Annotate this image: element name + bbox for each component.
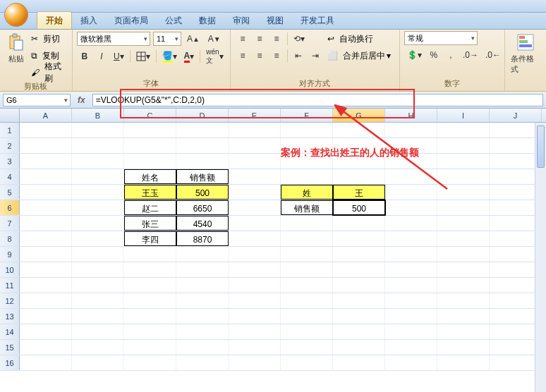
cell-G5[interactable]: 王 <box>333 185 385 200</box>
cell-H16[interactable] <box>385 355 437 370</box>
row-header-1[interactable]: 1 <box>0 123 20 137</box>
cell-H4[interactable] <box>385 169 437 184</box>
col-C[interactable]: C <box>124 109 176 122</box>
cell-C3[interactable] <box>124 154 176 169</box>
cell-A1[interactable] <box>20 123 72 137</box>
number-format-combo[interactable]: 常规 <box>404 31 478 45</box>
cell-I13[interactable] <box>437 309 490 324</box>
scroll-thumb[interactable] <box>537 125 545 168</box>
shrink-font-button[interactable]: A▼ <box>205 32 224 46</box>
cell-F16[interactable] <box>281 355 333 370</box>
row-header-16[interactable]: 16 <box>0 355 20 370</box>
cell-C11[interactable] <box>124 278 176 293</box>
cell-E16[interactable] <box>229 355 281 370</box>
spreadsheet-grid[interactable]: A B C D E F G H I J 1234姓名销售额5王玉500姓王6赵二… <box>0 109 546 391</box>
comma-format-button[interactable]: , <box>443 48 459 62</box>
cell-E10[interactable] <box>229 262 281 277</box>
row-header-10[interactable]: 10 <box>0 262 20 277</box>
cell-G9[interactable] <box>333 247 385 262</box>
cell-J14[interactable] <box>490 324 542 339</box>
row-header-3[interactable]: 3 <box>0 154 20 169</box>
row-header-11[interactable]: 11 <box>0 278 20 293</box>
cell-G8[interactable] <box>333 231 385 246</box>
cell-C7[interactable]: 张三 <box>124 216 176 231</box>
cell-C6[interactable]: 赵二 <box>124 200 176 215</box>
cell-G12[interactable] <box>333 293 385 308</box>
cell-E1[interactable] <box>229 123 281 137</box>
cell-B5[interactable] <box>72 185 124 200</box>
cell-J12[interactable] <box>490 293 542 308</box>
cell-E8[interactable] <box>229 231 281 246</box>
cell-I12[interactable] <box>437 293 490 308</box>
cell-I14[interactable] <box>437 324 490 339</box>
cell-G11[interactable] <box>333 278 385 293</box>
cell-B12[interactable] <box>72 293 124 308</box>
select-all-corner[interactable] <box>0 109 20 122</box>
cell-I8[interactable] <box>437 231 490 246</box>
bold-button[interactable]: B <box>77 49 92 63</box>
cell-B11[interactable] <box>72 278 124 293</box>
cell-F7[interactable] <box>281 216 333 231</box>
cell-A5[interactable] <box>20 185 72 200</box>
cell-J5[interactable] <box>490 185 542 200</box>
cell-A15[interactable] <box>20 340 72 355</box>
cell-C1[interactable] <box>124 123 176 137</box>
cell-B3[interactable] <box>72 154 124 169</box>
cell-D13[interactable] <box>176 309 229 324</box>
cell-B14[interactable] <box>72 324 124 339</box>
cell-J11[interactable] <box>490 278 542 293</box>
cell-G15[interactable] <box>333 340 385 355</box>
cell-H9[interactable] <box>385 247 437 262</box>
cell-E12[interactable] <box>229 293 281 308</box>
wrap-text-button[interactable]: ↩ 自动换行 <box>327 31 391 47</box>
cell-F15[interactable] <box>281 340 333 355</box>
col-A[interactable]: A <box>20 109 72 122</box>
decrease-decimal-button[interactable]: .0← <box>483 48 504 62</box>
cell-G1[interactable] <box>333 123 385 137</box>
cell-I15[interactable] <box>437 340 490 355</box>
cell-C12[interactable] <box>124 293 176 308</box>
align-right-button[interactable]: ≡ <box>269 49 284 63</box>
row-header-7[interactable]: 7 <box>0 216 20 231</box>
cell-E14[interactable] <box>229 324 281 339</box>
cell-F5[interactable]: 姓 <box>281 185 333 200</box>
col-J[interactable]: J <box>490 109 542 122</box>
col-I[interactable]: I <box>437 109 490 122</box>
cell-C16[interactable] <box>124 355 176 370</box>
increase-decimal-button[interactable]: .0→ <box>460 48 481 62</box>
vertical-scrollbar[interactable] <box>535 123 546 392</box>
cell-E15[interactable] <box>229 340 281 355</box>
cut-button[interactable]: ✂ 剪切 <box>31 31 68 47</box>
cell-A4[interactable] <box>20 169 72 184</box>
font-color-button[interactable]: A▾ <box>181 49 198 63</box>
tab-insert[interactable]: 插入 <box>72 12 106 29</box>
cell-J3[interactable] <box>490 154 542 169</box>
align-top-button[interactable]: ≡ <box>235 32 250 46</box>
col-H[interactable]: H <box>385 109 437 122</box>
cell-D16[interactable] <box>176 355 229 370</box>
cell-D6[interactable]: 6650 <box>176 200 229 215</box>
paste-button[interactable]: 粘贴 <box>4 31 28 66</box>
cell-I2[interactable] <box>437 138 490 153</box>
cell-B1[interactable] <box>72 123 124 137</box>
font-size-combo[interactable]: 11 <box>153 32 181 46</box>
row-header-8[interactable]: 8 <box>0 231 20 246</box>
align-left-button[interactable]: ≡ <box>235 49 250 63</box>
cell-J13[interactable] <box>490 309 542 324</box>
cell-B15[interactable] <box>72 340 124 355</box>
cell-D8[interactable]: 8870 <box>176 231 229 246</box>
cell-C4[interactable]: 姓名 <box>124 169 176 184</box>
cell-I9[interactable] <box>437 247 490 262</box>
tab-page-layout[interactable]: 页面布局 <box>106 12 157 29</box>
accounting-format-button[interactable]: 💲▾ <box>404 48 425 62</box>
fill-color-button[interactable]: 🪣▾ <box>159 49 180 63</box>
cell-B6[interactable] <box>72 200 124 215</box>
cell-B7[interactable] <box>72 216 124 231</box>
row-header-9[interactable]: 9 <box>0 247 20 262</box>
row-header-4[interactable]: 4 <box>0 169 20 184</box>
cell-F11[interactable] <box>281 278 333 293</box>
cell-E6[interactable] <box>229 200 281 215</box>
tab-view[interactable]: 视图 <box>258 12 292 29</box>
cell-C14[interactable] <box>124 324 176 339</box>
col-B[interactable]: B <box>72 109 124 122</box>
